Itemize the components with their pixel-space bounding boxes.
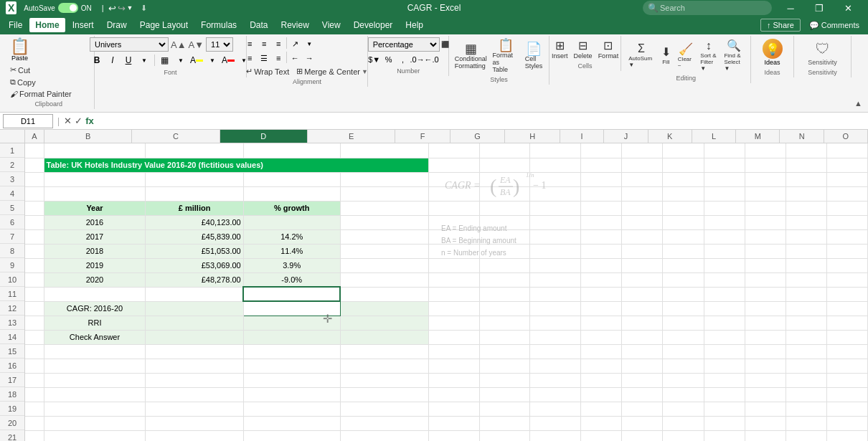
cell-m4[interactable] [745,186,786,201]
insert-function-icon[interactable]: fx [85,115,94,126]
cell-i10[interactable] [581,272,622,287]
cell-m3[interactable] [745,172,786,186]
cell-l20[interactable] [704,416,745,430]
cell-n5[interactable] [786,201,826,215]
menu-data[interactable]: Data [244,18,273,32]
cell-i17[interactable] [581,373,622,387]
cancel-formula-icon[interactable]: ✕ [64,115,72,126]
cell-h18[interactable] [530,387,581,402]
cell-c11[interactable] [146,287,243,301]
cell-m21[interactable] [745,430,786,441]
cell-b15[interactable] [44,344,146,359]
cell-d18[interactable] [243,387,340,402]
cell-g20[interactable] [479,416,530,430]
cell-l8[interactable] [704,244,745,258]
cell-h17[interactable] [530,373,581,387]
border-button[interactable]: ▦ [158,53,172,67]
cell-k8[interactable] [663,244,704,258]
format-button[interactable]: ⊡ Format [596,37,621,61]
cell-j19[interactable] [622,402,663,416]
cell-a7[interactable] [25,229,44,244]
cell-l13[interactable] [704,316,745,330]
insert-button[interactable]: ⊞ Insert [549,37,570,61]
cell-e15[interactable] [340,344,428,359]
cell-a18[interactable] [25,387,44,402]
cell-i21[interactable] [581,430,622,441]
row-2[interactable]: 2 [0,158,24,172]
cell-o8[interactable] [826,244,867,258]
row-18[interactable]: 18 [0,387,24,402]
cell-k17[interactable] [663,373,704,387]
name-box[interactable] [3,114,53,128]
cell-l3[interactable] [704,172,745,186]
clear-button[interactable]: 🧹 Clear ~ [675,41,696,70]
conditional-formatting-button[interactable]: ▦ ConditionalFormatting [453,41,489,71]
cell-m8[interactable] [745,244,786,258]
cell-k16[interactable] [663,359,704,373]
align-left[interactable]: ≡ [243,52,256,65]
cell-k19[interactable] [663,402,704,416]
comments-button[interactable]: 💬 Comments [803,19,865,32]
cut-button[interactable]: ✂ Cut [7,65,75,75]
cell-m10[interactable] [745,272,786,287]
cell-n17[interactable] [786,373,826,387]
comma-btn[interactable]: , [397,53,410,66]
row-5[interactable]: 5 [0,201,24,215]
cell-m17[interactable] [745,373,786,387]
row-3[interactable]: 3 [0,172,24,186]
cell-j17[interactable] [622,373,663,387]
cell-c17[interactable] [146,373,243,387]
cell-c1[interactable] [146,143,243,158]
cell-b12-cagr[interactable]: CAGR: 2016-20 [44,301,146,316]
row-9[interactable]: 9 [0,258,24,272]
number-format-select[interactable]: Percentage General Number Currency [368,37,440,52]
cell-d5-growth[interactable]: % growth [243,201,340,215]
cell-h1[interactable] [530,143,581,158]
cell-h12[interactable] [530,301,581,316]
cell-d17[interactable] [243,373,340,387]
cell-d9[interactable]: 3.9% [243,258,340,272]
formula-input[interactable] [97,114,865,128]
cell-g14[interactable] [479,330,530,344]
merge-dropdown[interactable]: ▼ [362,68,368,75]
row-10[interactable]: 10 [0,272,24,287]
cell-b18[interactable] [44,387,146,402]
font-name-select[interactable]: Univers [90,37,169,52]
cell-l12[interactable] [704,301,745,316]
cell-k5[interactable] [663,201,704,215]
cell-e10[interactable] [340,272,428,287]
cell-a10[interactable] [25,272,44,287]
row-12[interactable]: 12 [0,301,24,316]
cell-b13-rri[interactable]: RRI [44,316,146,330]
minimize-button[interactable]: ─ [776,0,805,16]
cell-h20[interactable] [530,416,581,430]
row-19[interactable]: 19 [0,402,24,416]
cell-c6[interactable]: £40,123.00 [146,215,243,229]
cell-l11[interactable] [704,287,745,301]
cell-k4[interactable] [663,186,704,201]
cell-e9[interactable] [340,258,428,272]
paste-button[interactable]: 📋 Paste [7,37,32,63]
customize-icon[interactable]: ⬇ [141,4,147,13]
row-15[interactable]: 15 [0,344,24,359]
cell-n3[interactable] [786,172,826,186]
cell-i1[interactable] [581,143,622,158]
cell-o3[interactable] [826,172,867,186]
cell-o16[interactable] [826,359,867,373]
cell-o1[interactable] [826,143,867,158]
wrap-text-button[interactable]: ↵ Wrap Text [243,66,292,77]
cell-b20[interactable] [44,416,146,430]
cell-o17[interactable] [826,373,867,387]
restore-button[interactable]: ❐ [805,0,834,16]
cell-d21[interactable] [243,430,340,441]
orientation-button[interactable]: ↗ [288,37,301,50]
cell-a15[interactable] [25,344,44,359]
menu-home[interactable]: Home [29,18,65,32]
cell-o4[interactable] [826,186,867,201]
cell-f11[interactable] [428,287,479,301]
cell-n6[interactable] [786,215,826,229]
cell-d1[interactable] [243,143,340,158]
cell-m6[interactable] [745,215,786,229]
cell-c18[interactable] [146,387,243,402]
cell-l14[interactable] [704,330,745,344]
